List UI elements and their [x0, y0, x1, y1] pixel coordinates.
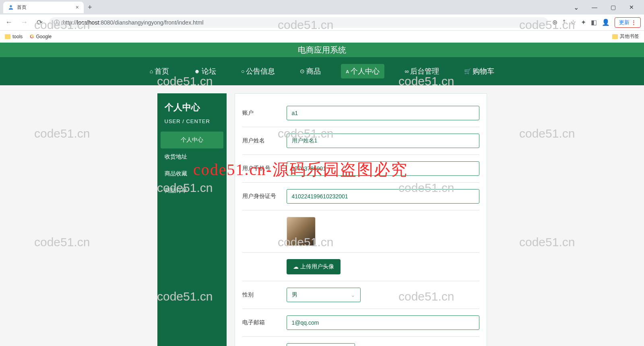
sidebar-item-orders[interactable]: 商品订单: [157, 182, 227, 199]
notice-icon: ○: [241, 68, 244, 74]
nav-forum[interactable]: ☻论坛: [189, 64, 221, 78]
home-icon: ⌂: [150, 68, 153, 74]
bookmark-tools[interactable]: tools: [5, 34, 23, 39]
window-controls: ⌄ — ▢ ✕: [567, 1, 641, 14]
reload-icon[interactable]: ⟳: [34, 18, 45, 27]
nav-home[interactable]: ⌂首页: [145, 64, 174, 78]
sidebar-title: 个人中心: [165, 101, 219, 113]
tab-title: 首页: [17, 4, 27, 11]
site-title: 电商应用系统: [0, 43, 644, 57]
folder-icon: [5, 34, 10, 39]
favicon: [8, 4, 14, 10]
sidebar: 个人中心 USER / CENTER 个人中心 收货地址 商品收藏 商品订单: [157, 93, 227, 346]
back-icon[interactable]: ←: [3, 18, 14, 27]
google-icon: G: [30, 33, 34, 39]
nav-user-center[interactable]: ᴀ个人中心: [341, 64, 384, 78]
minimize-icon[interactable]: —: [585, 1, 604, 14]
main-nav: ⌂首页 ☻论坛 ○公告信息 ⊙商品 ᴀ个人中心 ∞后台管理 🛒购物车: [0, 57, 644, 85]
sidebar-item-favorites[interactable]: 商品收藏: [157, 165, 227, 182]
account-input[interactable]: [287, 106, 479, 120]
tab-dropdown-icon[interactable]: ⌄: [567, 1, 585, 14]
gender-select[interactable]: 男 ⌄: [287, 288, 361, 302]
profile-form: 账户 用户姓名 用户手机号 用户身份证号 ☁ 上传用户头像: [235, 93, 487, 346]
sidebar-item-profile[interactable]: 个人中心: [161, 132, 223, 148]
sidebar-subtitle: USER / CENTER: [165, 118, 219, 124]
close-icon[interactable]: ×: [76, 4, 79, 10]
tag-icon: ⊙: [300, 68, 305, 74]
nav-cart[interactable]: 🛒购物车: [459, 64, 499, 78]
upload-avatar-button[interactable]: ☁ 上传用户头像: [287, 259, 341, 274]
star-icon[interactable]: ☆: [570, 19, 576, 26]
nav-goods[interactable]: ⊙商品: [295, 64, 326, 78]
nav-notice[interactable]: ○公告信息: [236, 64, 280, 78]
gender-label: 性别: [242, 291, 287, 299]
cloud-upload-icon: ☁: [293, 264, 299, 270]
profile-icon[interactable]: 👤: [602, 19, 610, 26]
share-icon[interactable]: ⤴: [562, 19, 566, 26]
sidebar-item-address[interactable]: 收货地址: [157, 148, 227, 165]
zoom-icon[interactable]: ⊕: [552, 19, 557, 26]
update-button[interactable]: 更新⋮: [615, 17, 641, 28]
email-input[interactable]: [287, 315, 479, 330]
name-label: 用户姓名: [242, 137, 287, 144]
extensions-icon[interactable]: ✦: [581, 19, 586, 26]
maximize-icon[interactable]: ▢: [604, 1, 622, 14]
phone-label: 用户手机号: [242, 165, 287, 172]
info-icon: i: [54, 20, 60, 25]
chevron-down-icon: ⌄: [351, 292, 355, 298]
link-icon: ∞: [405, 68, 409, 74]
bookmark-google[interactable]: G Google: [30, 33, 52, 39]
url-input[interactable]: i http://localhost:8080/dianshangyingyon…: [49, 17, 548, 28]
svg-point-0: [10, 5, 12, 7]
browser-tab[interactable]: 首页 ×: [3, 2, 84, 13]
balance-input[interactable]: [287, 343, 355, 346]
url-text: http://localhost:8080/dianshangyingyong/…: [63, 19, 204, 26]
name-input[interactable]: [287, 134, 479, 148]
folder-icon: [612, 34, 618, 39]
bookmark-other[interactable]: 其他书签: [612, 33, 639, 40]
bookmark-bar: tools G Google 其他书签: [0, 31, 644, 43]
user-icon: ᴀ: [346, 68, 349, 74]
email-label: 电子邮箱: [242, 319, 287, 326]
tab-bar: 首页 × + ⌄ — ▢ ✕: [0, 0, 644, 14]
idcard-label: 用户身份证号: [242, 193, 287, 200]
forum-icon: ☻: [194, 68, 200, 74]
forward-icon[interactable]: →: [19, 18, 30, 27]
new-tab-button[interactable]: +: [84, 2, 96, 13]
address-bar: ← → ⟳ i http://localhost:8080/dianshangy…: [0, 14, 644, 31]
cart-icon: 🛒: [464, 68, 471, 74]
nav-admin[interactable]: ∞后台管理: [400, 64, 444, 78]
account-label: 账户: [242, 109, 287, 117]
phone-input[interactable]: [287, 161, 479, 176]
close-window-icon[interactable]: ✕: [622, 1, 641, 14]
idcard-input[interactable]: [287, 189, 479, 204]
side-panel-icon[interactable]: ◧: [591, 19, 597, 26]
avatar: [287, 217, 316, 246]
